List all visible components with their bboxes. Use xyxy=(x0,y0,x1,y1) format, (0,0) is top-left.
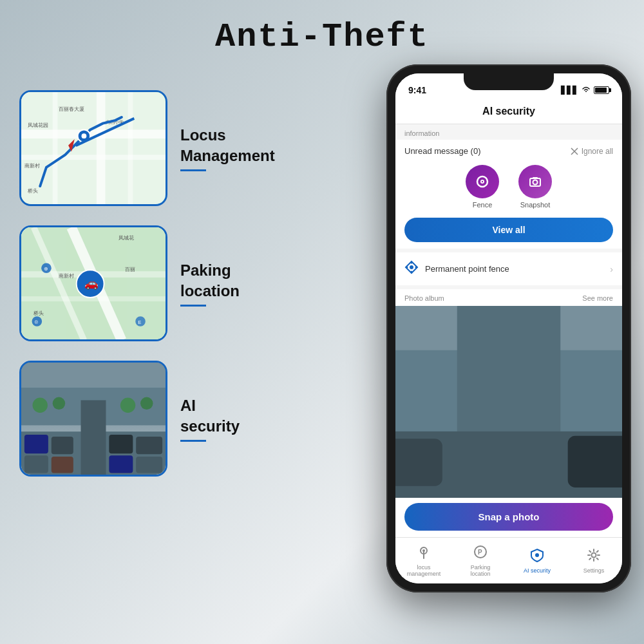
svg-text:E: E xyxy=(138,319,141,325)
battery-icon xyxy=(594,86,609,94)
unread-text: Unread message (0) xyxy=(404,146,481,156)
svg-point-12 xyxy=(81,133,86,138)
svg-point-50 xyxy=(482,181,483,182)
svg-rect-2 xyxy=(97,92,106,205)
information-label: information xyxy=(395,124,622,140)
nav-ai-label: AI security xyxy=(524,567,551,574)
locus-label-line2: Management xyxy=(180,146,275,166)
app-header: AI security xyxy=(395,102,622,124)
svg-point-47 xyxy=(140,397,153,410)
phone-notch xyxy=(464,73,554,90)
fence-row[interactable]: Permanent point fence › xyxy=(395,252,622,285)
info-card: Unread message (0) Ignore all xyxy=(395,140,622,249)
snap-photo-button[interactable]: Snap a photo xyxy=(404,503,613,531)
feature-parking: 凤城花 百丽 南新村 桥头 🚗 ⊕ ® E Paking xyxy=(19,225,309,341)
fence-left: Permanent point fence xyxy=(404,260,509,278)
nav-parking[interactable]: P Parkinglocation xyxy=(452,545,509,577)
locus-label: Locus Management xyxy=(180,125,275,171)
snapshot-icon-circle xyxy=(518,165,552,198)
features-list: 百丽春大厦 凤城花园 南新村 桥头 内档小学 Locus Management xyxy=(19,90,309,477)
svg-rect-40 xyxy=(109,435,133,453)
fence-diamond-icon xyxy=(404,260,419,274)
shield-icon xyxy=(530,548,544,562)
svg-rect-38 xyxy=(24,455,48,473)
svg-point-58 xyxy=(411,271,413,273)
fence-icon-item[interactable]: Fence xyxy=(466,165,499,209)
svg-point-45 xyxy=(53,397,65,410)
parking-label-line2: location xyxy=(180,281,240,301)
feature-locus: 百丽春大厦 凤城花园 南新村 桥头 内档小学 Locus Management xyxy=(19,90,309,206)
parking-underline xyxy=(180,305,206,307)
phone-screen: 9:41 ▋▋▋ AI se xyxy=(395,73,622,583)
location-pin-icon xyxy=(417,545,431,559)
svg-text:凤城花: 凤城花 xyxy=(118,235,134,241)
app-title: AI security xyxy=(395,106,622,117)
svg-text:凤城花园: 凤城花园 xyxy=(28,122,48,128)
svg-point-55 xyxy=(410,265,413,269)
locus-map-svg: 百丽春大厦 凤城花园 南新村 桥头 内档小学 xyxy=(21,92,166,205)
svg-text:南新村: 南新村 xyxy=(59,273,74,279)
map-locus-bg: 百丽春大厦 凤城花园 南新村 桥头 内档小学 xyxy=(21,92,166,204)
svg-point-72 xyxy=(422,549,425,552)
svg-point-59 xyxy=(406,267,408,269)
parking-image: 凤城花 百丽 南新村 桥头 🚗 ⊕ ® E xyxy=(19,225,167,341)
album-header: Photo album See more xyxy=(395,289,622,306)
fence-svg-icon xyxy=(473,173,491,191)
svg-rect-36 xyxy=(24,435,48,453)
locus-image: 百丽春大厦 凤城花园 南新村 桥头 内档小学 xyxy=(19,90,167,206)
wifi-icon xyxy=(582,86,591,95)
album-photo xyxy=(395,306,622,498)
nav-ai-icon xyxy=(530,548,544,565)
locus-underline xyxy=(180,169,206,171)
ignore-icon xyxy=(570,147,579,156)
photo-security-bg xyxy=(21,363,166,475)
svg-text:桥头: 桥头 xyxy=(27,188,38,194)
svg-rect-35 xyxy=(81,400,106,475)
svg-point-56 xyxy=(411,262,413,264)
snapshot-icon-item[interactable]: Snapshot xyxy=(518,165,552,209)
nav-ai-security[interactable]: AI security xyxy=(509,548,565,574)
ignore-all[interactable]: Ignore all xyxy=(570,147,613,156)
snapshot-svg-icon xyxy=(526,173,544,191)
nav-settings-icon xyxy=(587,548,601,565)
album-section: Photo album See more xyxy=(395,289,622,537)
nav-locus[interactable]: locusmanagement xyxy=(395,545,452,577)
feature-ai: AI security xyxy=(19,361,309,477)
svg-rect-0 xyxy=(21,92,166,205)
see-more-link[interactable]: See more xyxy=(582,294,613,302)
ai-label-line2: security xyxy=(180,416,240,436)
view-all-button[interactable]: View all xyxy=(404,218,613,242)
page-title: Anti-Theft xyxy=(0,18,644,56)
parking-label-line1: Paking xyxy=(180,260,240,280)
ai-label-line1: AI xyxy=(180,395,240,415)
phone-body: 9:41 ▋▋▋ AI se xyxy=(386,64,631,592)
status-icons: ▋▋▋ xyxy=(561,86,609,95)
ai-photo-svg xyxy=(21,363,166,475)
svg-rect-42 xyxy=(109,455,133,473)
svg-rect-53 xyxy=(533,177,538,179)
ai-underline xyxy=(180,440,206,442)
svg-point-57 xyxy=(415,267,417,269)
svg-rect-1 xyxy=(21,129,166,138)
gear-icon xyxy=(587,548,601,562)
svg-rect-39 xyxy=(52,457,73,473)
photo-album-label: Photo album xyxy=(404,294,444,302)
album-photo-svg xyxy=(395,306,622,498)
nav-parking-icon: P xyxy=(473,545,488,562)
svg-point-52 xyxy=(533,180,538,185)
chevron-right-icon: › xyxy=(610,264,613,274)
nav-parking-label: Parkinglocation xyxy=(470,564,490,577)
svg-text:百丽: 百丽 xyxy=(125,267,135,272)
svg-rect-3 xyxy=(53,92,58,205)
unread-row: Unread message (0) Ignore all xyxy=(404,146,613,156)
locus-label-line1: Locus xyxy=(180,125,275,145)
nav-settings-label: Settings xyxy=(583,567,605,574)
svg-rect-68 xyxy=(568,436,622,488)
svg-text:P: P xyxy=(478,549,482,556)
svg-text:®: ® xyxy=(34,319,38,325)
nav-settings[interactable]: Settings xyxy=(565,548,622,574)
status-time: 9:41 xyxy=(408,85,426,95)
nav-locus-icon xyxy=(417,545,431,562)
parking-map-svg: 凤城花 百丽 南新村 桥头 🚗 ⊕ ® E xyxy=(21,227,166,340)
permanent-fence-text: Permanent point fence xyxy=(425,264,509,274)
